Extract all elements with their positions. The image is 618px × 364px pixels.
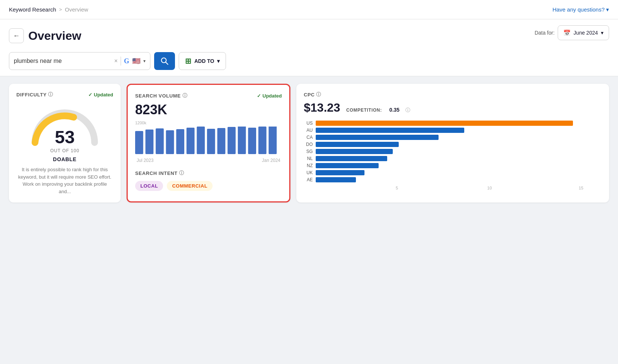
volume-value: 823K xyxy=(135,102,282,118)
svg-rect-4 xyxy=(156,128,164,154)
difficulty-description: It is entirely possible to rank high for… xyxy=(16,166,113,195)
data-for-label: Data for: xyxy=(535,30,555,36)
difficulty-rating: DOABLE xyxy=(16,156,113,162)
search-row: × G 🇺🇸 ▾ ⊞ ADD TO ▾ xyxy=(9,52,609,76)
chart-x-left: Jul 2023 xyxy=(137,158,153,163)
intent-badges: LOCAL COMMERCIAL xyxy=(135,181,282,191)
svg-rect-8 xyxy=(197,127,205,154)
svg-rect-9 xyxy=(207,129,215,154)
date-label: June 2024 xyxy=(574,30,598,36)
input-divider xyxy=(121,57,121,66)
svg-rect-3 xyxy=(146,130,154,154)
table-row: NZ xyxy=(304,163,602,168)
badge-commercial: COMMERCIAL xyxy=(167,181,213,191)
add-icon: ⊞ xyxy=(185,57,191,66)
badge-local: LOCAL xyxy=(135,181,163,191)
svg-rect-14 xyxy=(258,127,267,154)
difficulty-updated: ✓ Updated xyxy=(88,92,113,98)
svg-rect-10 xyxy=(217,128,226,154)
cpc-info-icon[interactable]: ⓘ xyxy=(316,91,321,98)
data-for-section: Data for: 📅 June 2024 ▾ xyxy=(535,25,609,46)
table-row: NL xyxy=(304,156,602,161)
add-to-label: ADD TO xyxy=(194,58,214,64)
table-row: DO xyxy=(304,142,602,147)
cpc-value-row: $13.23 COMPETITION: 0.35 ⓘ xyxy=(304,101,602,115)
top-nav: Keyword Research > Overview Have any que… xyxy=(0,0,618,19)
volume-bars xyxy=(135,127,282,156)
page-header: ← Overview Data for: 📅 June 2024 ▾ × G 🇺… xyxy=(0,19,618,76)
intent-info-icon[interactable]: ⓘ xyxy=(179,170,184,176)
breadcrumb-separator: > xyxy=(59,7,62,12)
table-row: CA xyxy=(304,135,602,140)
search-volume-card: SEARCH VOLUME ⓘ ✓ Updated 823K 1200k xyxy=(127,84,290,202)
difficulty-card: DIFFICULTY ⓘ ✓ Updated 53 OUT OF 100 DOA… xyxy=(9,84,121,202)
svg-line-1 xyxy=(166,62,168,64)
table-row: SG xyxy=(304,149,602,154)
cpc-card: CPC ⓘ $13.23 COMPETITION: 0.35 ⓘ US AU xyxy=(296,84,609,202)
cpc-label: CPC ⓘ xyxy=(304,91,321,98)
competition-info-icon[interactable]: ⓘ xyxy=(405,107,410,114)
date-picker-button[interactable]: 📅 June 2024 ▾ xyxy=(558,25,609,40)
table-row: UK xyxy=(304,170,602,175)
breadcrumb: Keyword Research > Overview xyxy=(9,6,88,13)
clear-button[interactable]: × xyxy=(114,58,118,64)
competition-value: 0.35 xyxy=(389,107,399,113)
calendar-icon: 📅 xyxy=(563,29,571,36)
table-row: AE xyxy=(304,177,602,182)
svg-rect-13 xyxy=(248,128,256,154)
back-button[interactable]: ← xyxy=(9,28,24,43)
country-flag[interactable]: 🇺🇸 xyxy=(132,57,140,65)
difficulty-info-icon[interactable]: ⓘ xyxy=(48,91,53,98)
table-row: AU xyxy=(304,128,602,133)
search-button[interactable] xyxy=(154,52,175,70)
competition-label: COMPETITION: xyxy=(346,108,382,113)
country-dropdown-arrow[interactable]: ▾ xyxy=(143,58,146,64)
search-intent-section: SEARCH INTENT ⓘ LOCAL COMMERCIAL xyxy=(135,170,282,191)
svg-rect-12 xyxy=(238,127,246,154)
help-link[interactable]: Have any questions? ▾ xyxy=(552,6,609,13)
breadcrumb-root[interactable]: Keyword Research xyxy=(9,6,56,13)
svg-rect-5 xyxy=(166,130,174,154)
date-arrow: ▾ xyxy=(601,30,603,36)
volume-updated: ✓ Updated xyxy=(257,93,282,99)
add-to-arrow: ▾ xyxy=(217,58,220,64)
cpc-value: $13.23 xyxy=(304,101,340,115)
breadcrumb-current: Overview xyxy=(65,6,88,13)
svg-rect-6 xyxy=(176,129,184,154)
google-icon: G xyxy=(124,57,129,65)
difficulty-label: DIFFICULTY ⓘ xyxy=(16,91,53,98)
search-icon xyxy=(160,57,169,65)
add-to-button[interactable]: ⊞ ADD TO ▾ xyxy=(179,52,226,70)
chart-max-label: 1200k xyxy=(135,121,282,125)
intent-label: SEARCH INTENT ⓘ xyxy=(135,170,184,176)
page-title: Overview xyxy=(28,29,81,43)
chart-x-right: Jan 2024 xyxy=(262,158,280,163)
cpc-bar-chart: US AU CA DO xyxy=(304,121,602,186)
search-input[interactable] xyxy=(14,58,111,64)
main-content: DIFFICULTY ⓘ ✓ Updated 53 OUT OF 100 DOA… xyxy=(0,76,618,210)
table-row: US xyxy=(304,121,602,126)
volume-info-icon[interactable]: ⓘ xyxy=(182,92,188,99)
svg-rect-15 xyxy=(269,127,277,154)
svg-rect-7 xyxy=(187,128,195,154)
svg-rect-2 xyxy=(135,131,143,154)
search-input-wrap: × G 🇺🇸 ▾ xyxy=(9,52,150,70)
volume-label: SEARCH VOLUME ⓘ xyxy=(135,92,187,99)
svg-rect-11 xyxy=(227,127,236,154)
volume-chart: 1200k Jul 2023 Jan 2024 xyxy=(135,121,282,163)
